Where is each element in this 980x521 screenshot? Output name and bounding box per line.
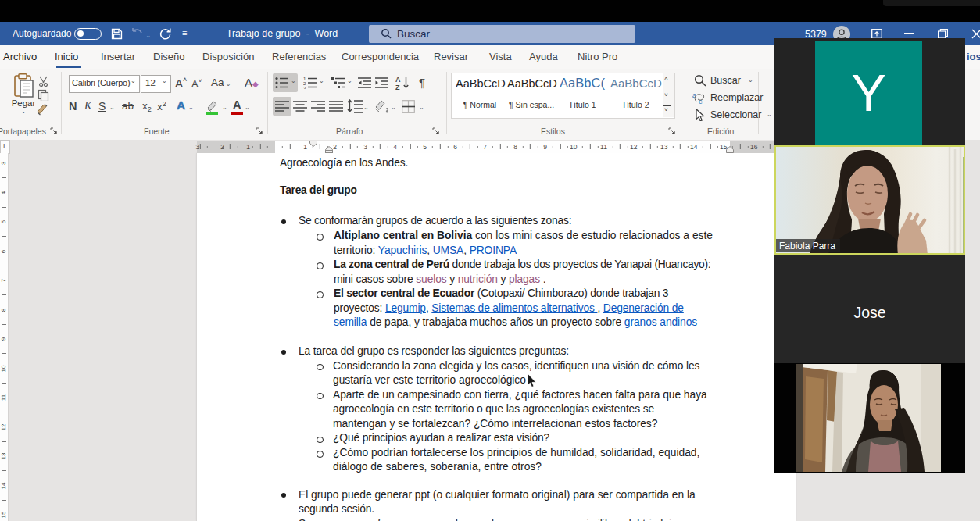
svg-text:a: a <box>692 91 696 99</box>
svg-text:3: 3 <box>303 86 306 90</box>
svg-text:A: A <box>395 76 401 84</box>
svg-text:Z: Z <box>395 84 400 91</box>
svg-text:c: c <box>699 98 703 105</box>
